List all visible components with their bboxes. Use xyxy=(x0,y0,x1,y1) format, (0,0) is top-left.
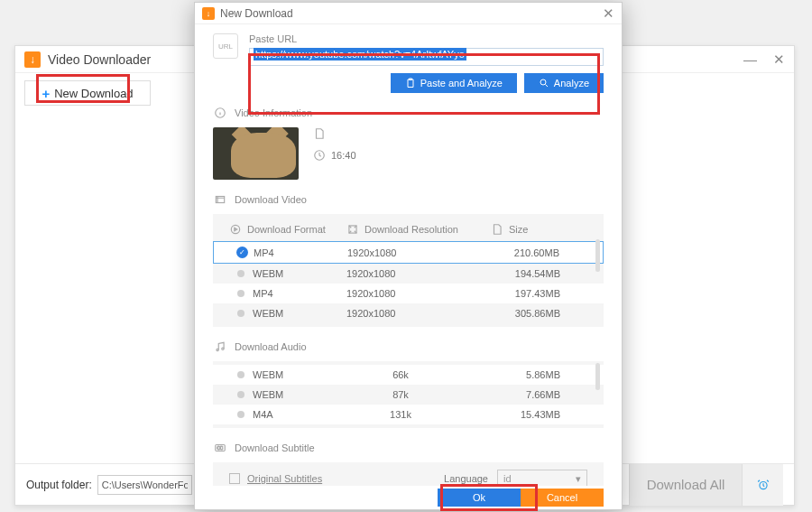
video-row[interactable]: WEBM 1920x1080 194.54MB xyxy=(213,264,604,284)
url-icon: URL xyxy=(213,33,238,59)
original-subtitles-label[interactable]: Original Subtitles xyxy=(247,473,322,484)
head-size: Size xyxy=(509,224,528,235)
dialog-close-icon[interactable]: ✕ xyxy=(603,5,614,22)
bullet-icon xyxy=(237,371,245,378)
audio-bitrate: 131k xyxy=(346,409,455,420)
dialog-title: New Download xyxy=(220,7,293,20)
video-format: MP4 xyxy=(253,288,346,299)
bullet-icon xyxy=(237,391,245,398)
document-icon xyxy=(313,127,326,140)
scrollbar[interactable] xyxy=(595,363,600,390)
language-label: Language xyxy=(444,473,488,484)
new-download-dialog: ↓ New Download ✕ URL Paste URL https://w… xyxy=(194,2,623,510)
dialog-logo-icon: ↓ xyxy=(202,7,215,20)
url-input[interactable]: https://www.youtube.com/watch?v=4ArItwfA… xyxy=(249,48,604,66)
audio-row[interactable]: M4A 131k 15.43MB xyxy=(213,405,604,424)
video-size: 197.43MB xyxy=(491,288,587,299)
video-size: 305.86MB xyxy=(491,308,587,319)
download-subtitle-section-head: CC Download Subtitle xyxy=(213,441,604,455)
minimize-icon[interactable]: — xyxy=(743,51,757,68)
dialog-header: ↓ New Download ✕ xyxy=(195,3,622,24)
video-resolution: 1920x1080 xyxy=(346,268,491,279)
cc-icon: CC xyxy=(213,441,227,455)
original-subtitles-checkbox[interactable] xyxy=(229,473,240,484)
output-folder-input[interactable] xyxy=(97,475,192,495)
audio-row[interactable]: WEBM 87k 7.66MB xyxy=(213,385,604,405)
video-resolution: 1920x1080 xyxy=(347,247,492,258)
audio-size: 7.66MB xyxy=(455,389,587,400)
svg-point-8 xyxy=(222,348,224,349)
check-icon: ✓ xyxy=(236,247,248,258)
url-input-value: https://www.youtube.com/watch?v=4ArItwfA… xyxy=(254,48,466,61)
analyze-button[interactable]: Analyze xyxy=(524,73,604,93)
video-row[interactable]: WEBM 1920x1080 305.86MB xyxy=(213,303,604,323)
video-format: MP4 xyxy=(254,247,347,258)
head-resolution: Download Resolution xyxy=(364,224,458,235)
video-row[interactable]: ✓ MP4 1920x1080 210.60MB xyxy=(213,241,604,264)
audio-format: M4A xyxy=(253,409,346,420)
paste-url-label: Paste URL xyxy=(249,33,604,44)
download-subtitle-label: Download Subtitle xyxy=(235,442,315,453)
new-download-button[interactable]: + New Download xyxy=(24,80,151,106)
paste-and-analyze-button[interactable]: Paste and Analyze xyxy=(391,73,517,93)
video-size: 210.60MB xyxy=(492,247,586,258)
audio-bitrate: 87k xyxy=(346,389,455,400)
info-icon xyxy=(213,106,227,120)
video-row[interactable]: MP4 1920x1080 197.43MB xyxy=(213,284,604,303)
video-title-row xyxy=(313,127,356,140)
new-download-label: New Download xyxy=(54,87,133,100)
video-format: WEBM xyxy=(253,268,346,279)
dialog-footer: Ok Cancel xyxy=(195,486,622,509)
plus-icon: + xyxy=(42,86,50,101)
download-all-button[interactable]: Download All xyxy=(629,464,742,506)
audio-table: WEBM 66k 5.86MB WEBM 87k 7.66MB M4A 131k… xyxy=(213,361,604,428)
svg-point-7 xyxy=(217,349,218,350)
download-audio-section-head: Download Audio xyxy=(213,340,604,354)
app-title: Video Downloader xyxy=(48,52,151,67)
bullet-icon xyxy=(237,411,245,418)
bullet-icon xyxy=(237,310,245,317)
format-icon xyxy=(229,223,242,236)
video-table-head: Download Format Download Resolution Size xyxy=(213,218,604,241)
alarm-clock-icon[interactable] xyxy=(742,464,783,506)
clipboard-icon xyxy=(405,78,416,88)
video-thumbnail xyxy=(213,127,299,180)
search-icon xyxy=(539,78,549,88)
audio-row[interactable]: WEBM 66k 5.86MB xyxy=(213,365,604,385)
cancel-button[interactable]: Cancel xyxy=(521,489,604,507)
language-value: id xyxy=(503,473,512,484)
ok-button[interactable]: Ok xyxy=(438,489,521,507)
bullet-icon xyxy=(237,290,245,297)
audio-format: WEBM xyxy=(253,389,346,400)
scrollbar[interactable] xyxy=(595,239,600,272)
svg-text:CC: CC xyxy=(217,446,224,451)
download-audio-label: Download Audio xyxy=(235,341,307,352)
video-icon xyxy=(213,192,227,207)
output-folder-label: Output folder: xyxy=(26,479,92,491)
head-format: Download Format xyxy=(247,224,326,235)
download-video-label: Download Video xyxy=(235,194,307,205)
dialog-body: URL Paste URL https://www.youtube.com/wa… xyxy=(195,24,622,486)
video-format: WEBM xyxy=(253,308,346,319)
video-table: Download Format Download Resolution Size… xyxy=(213,214,604,327)
chevron-down-icon: ▾ xyxy=(576,473,581,485)
window-controls: — ✕ xyxy=(743,51,785,68)
language-select[interactable]: id ▾ xyxy=(497,470,587,486)
video-duration: 16:40 xyxy=(331,150,356,161)
resolution-icon xyxy=(346,223,359,236)
close-icon[interactable]: ✕ xyxy=(773,51,785,68)
video-info-label: Video Information xyxy=(235,107,312,118)
video-info: 16:40 xyxy=(213,127,604,180)
audio-format: WEBM xyxy=(253,369,346,380)
analyze-label: Analyze xyxy=(554,78,589,88)
video-resolution: 1920x1080 xyxy=(346,288,491,299)
audio-size: 5.86MB xyxy=(455,369,587,380)
clock-icon xyxy=(313,149,326,162)
subtitle-row: Original Subtitles Language id ▾ xyxy=(213,462,604,486)
paste-analyze-label: Paste and Analyze xyxy=(420,78,503,88)
size-icon xyxy=(491,223,503,236)
audio-size: 15.43MB xyxy=(455,409,587,420)
video-duration-row: 16:40 xyxy=(313,149,356,162)
url-section: URL Paste URL https://www.youtube.com/wa… xyxy=(213,33,604,93)
download-video-section-head: Download Video xyxy=(213,192,604,207)
